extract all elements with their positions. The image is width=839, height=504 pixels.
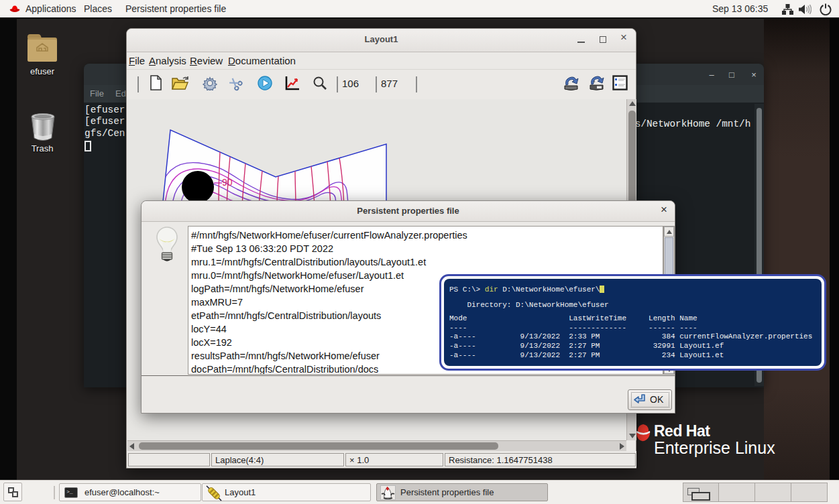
svg-text:90: 90	[222, 177, 233, 188]
